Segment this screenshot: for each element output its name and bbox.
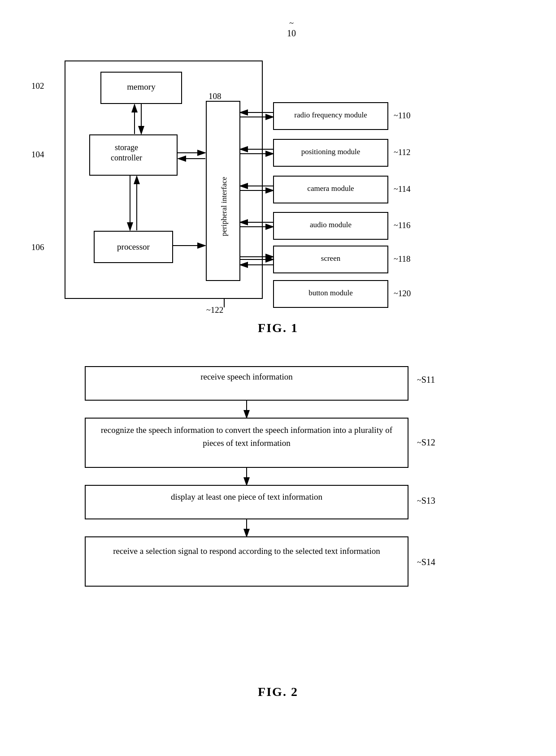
step-s14-text: receive a selection signal to respond ac… [90,545,404,558]
storage-controller-label: storagecontroller [91,143,162,164]
step-s12-label: ~S12 [417,437,435,448]
fig1-diagram: 102 memory 104 storagecontroller 106 pro… [31,39,525,316]
step-s13-text: display at least one piece of text infor… [90,491,404,503]
fig2-section: receive speech information ~S11 recogniz… [27,358,529,699]
audio-module-label: audio module [276,220,386,229]
ref-102: 102 [31,81,44,91]
fig2-diagram: receive speech information ~S11 recogniz… [76,358,480,680]
tilde-10: ~ [289,19,294,28]
ref-116: ~116 [394,220,411,230]
fig1-arrows [31,39,525,316]
ref-104: 104 [31,150,44,160]
camera-module-label: camera module [276,184,386,193]
ref-114: ~114 [394,184,411,194]
step-s13-label: ~S13 [417,496,435,506]
memory-label: memory [110,82,173,92]
button-module-label: button module [276,289,386,298]
peripheral-interface-label: peripheral interface [207,128,241,285]
positioning-module-label: positioning module [276,147,386,156]
svg-rect-41 [85,537,408,586]
fig1-caption: FIG. 1 [27,321,529,335]
step-s11-text: receive speech information [90,371,404,383]
ref-108: 108 [208,91,222,101]
radio-frequency-module-label: radio frequency module [276,111,386,120]
diagram-number-10: ~ 10 [27,18,529,39]
ref-120: ~120 [394,289,411,298]
ref-118: ~118 [394,254,411,264]
fig2-caption: FIG. 2 [27,685,529,699]
ref-112: ~112 [394,147,411,157]
step-s14-label: ~S14 [417,557,435,567]
fig1-section: ~ 10 [27,18,529,335]
processor-label: processor [101,242,166,252]
page: ~ 10 [0,0,556,756]
step-s12-text: recognize the speech information to conv… [90,424,404,449]
screen-label: screen [276,254,386,263]
ref-106: 106 [31,242,44,252]
ref-122: ~122 [206,305,223,315]
step-s11-label: ~S11 [417,375,435,385]
fig2-arrows [76,358,480,680]
ref-110: ~110 [394,111,411,121]
